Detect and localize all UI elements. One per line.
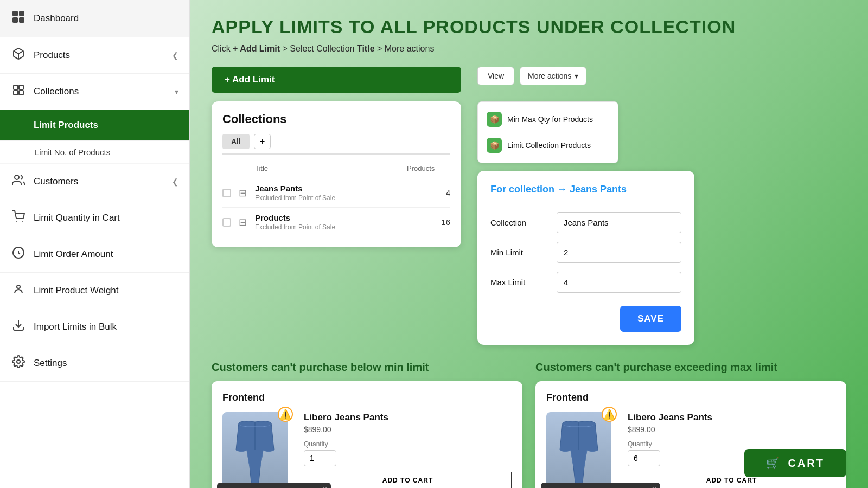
tooltip-left: ✕ You need to buy min 2 quantities of Li… (217, 483, 331, 488)
sidebar-item-limit-weight[interactable]: Limit Product Weight (0, 273, 189, 309)
sidebar-item-limit-products[interactable]: Limit Products (0, 110, 189, 141)
jeans-image-left: ⚠️ (222, 412, 288, 488)
product-name-right: Libero Jeans Pants (628, 412, 835, 423)
min-limit-input[interactable] (557, 242, 681, 263)
sidebar-item-limit-no[interactable]: Limit No. of Products (0, 141, 189, 164)
sidebar-item-limit-qty[interactable]: Limit Quantity in Cart (0, 200, 189, 236)
table-row[interactable]: ⊟ Products Excluded from Point of Sale 1… (222, 208, 450, 236)
row-subtitle-2: Excluded from Point of Sale (255, 223, 407, 231)
row-checkbox-2[interactable] (222, 218, 231, 227)
add-to-cart-left[interactable]: ADD TO CART (304, 472, 512, 488)
tab-all[interactable]: All (222, 134, 250, 149)
demo-left: Customers can't purchase below min limit… (212, 361, 522, 488)
cart-bar[interactable]: 🛒 CART (744, 449, 846, 477)
svg-point-15 (17, 360, 20, 363)
max-limit-input[interactable] (557, 272, 681, 293)
top-row: + Add Limit Collections All + Title Prod… (212, 67, 846, 345)
right-column: View More actions ▾ 📦 Min Max Qty for Pr… (477, 67, 694, 345)
form-row-max: Max Limit (490, 272, 681, 293)
svg-rect-2 (12, 17, 18, 23)
svg-rect-8 (19, 91, 23, 95)
svg-rect-1 (19, 11, 24, 16)
frontend-card-left: Frontend ⚠️ (212, 381, 522, 488)
sidebar-item-customers[interactable]: Customers ❮ (0, 164, 189, 200)
sidebar-item-limit-no-label: Limit No. of Products (35, 147, 110, 157)
table-header: Title Products (222, 161, 450, 176)
collections-panel: Collections All + Title Products ⊟ Jeans (212, 101, 461, 247)
row-checkbox-1[interactable] (222, 189, 231, 197)
collections-chevron: ▾ (175, 87, 178, 96)
tab-add[interactable]: + (254, 134, 271, 149)
tooltip-close-left[interactable]: ✕ (322, 485, 328, 488)
sidebar-item-limit-products-label: Limit Products (11, 120, 178, 131)
dropdown-item-1-label: Min Max Qty for Products (507, 115, 593, 124)
sidebar-item-limit-weight-label: Limit Product Weight (34, 285, 178, 296)
frontend-label-right: Frontend (546, 392, 835, 403)
limit-order-icon (11, 246, 26, 262)
settings-icon (11, 355, 26, 371)
frontend-label-left: Frontend (222, 392, 512, 403)
sidebar-item-settings-label: Settings (34, 358, 178, 369)
tooltip-close-right[interactable]: ✕ (652, 485, 657, 488)
table-row[interactable]: ⊟ Jeans Pants Excluded from Point of Sal… (222, 178, 450, 208)
sidebar-item-limit-order[interactable]: Limit Order Amount (0, 236, 189, 273)
left-column: + Add Limit Collections All + Title Prod… (212, 67, 461, 247)
qty-input-right[interactable] (628, 450, 660, 466)
product-name-left: Libero Jeans Pants (304, 412, 512, 423)
collections-heading: Collections (222, 112, 450, 126)
warning-badge-right: ⚠️ (602, 407, 617, 422)
collections-icon (11, 84, 26, 100)
row-count-2: 16 (407, 217, 450, 227)
form-row-min: Min Limit (490, 242, 681, 263)
svg-rect-0 (12, 11, 18, 16)
form-panel: For collection → Jeans Pants Collection … (477, 171, 694, 345)
dropdown-item-1[interactable]: 📦 Min Max Qty for Products (478, 106, 618, 132)
row-count-1: 4 (407, 188, 450, 197)
demo-right-title: Customers can't purchase exceeding max l… (535, 361, 846, 374)
tooltip-right: ✕ You can buy max 4 quantities of Libero… (541, 483, 660, 488)
sidebar: Dashboard Products ❮ Collections ▾ Limit… (0, 0, 190, 488)
demo-left-title: Customers can't purchase below min limit (212, 361, 522, 374)
more-actions-button[interactable]: More actions ▾ (520, 67, 586, 85)
qty-label-right: Quantity (628, 440, 835, 448)
arrow-icon: → (557, 184, 570, 195)
import-icon (11, 319, 26, 335)
svg-point-10 (16, 221, 17, 222)
svg-rect-3 (19, 17, 24, 23)
dropdown-item-2[interactable]: 📦 Limit Collection Products (478, 132, 618, 158)
sidebar-item-limit-qty-label: Limit Quantity in Cart (34, 213, 178, 223)
sidebar-item-products-label: Products (34, 50, 164, 61)
products-icon (11, 47, 26, 63)
customers-chevron: ❮ (172, 177, 178, 186)
limit-weight-icon (11, 282, 26, 299)
product-row-left: ⚠️ ✕ You need to buy min 2 quantities of… (222, 412, 512, 488)
form-row-collection: Collection (490, 212, 681, 233)
sidebar-item-import-label: Import Limits in Bulk (34, 322, 178, 332)
row-icon-1: ⊟ (239, 187, 255, 199)
subtitle: Click + Add Limit > Select Collection Ti… (212, 44, 846, 54)
sidebar-item-dashboard[interactable]: Dashboard (0, 0, 189, 37)
main-content: APPLY LIMITS TO ALL PRODUCTS UNDER COLLE… (190, 0, 868, 488)
row-subtitle-1: Excluded from Point of Sale (255, 194, 407, 202)
dropdown-item-2-label: Limit Collection Products (507, 141, 591, 150)
limit-collection-icon: 📦 (487, 138, 502, 153)
sidebar-item-settings[interactable]: Settings (0, 345, 189, 382)
qty-input-left[interactable] (304, 450, 336, 466)
sidebar-item-import[interactable]: Import Limits in Bulk (0, 309, 189, 345)
warning-badge-left: ⚠️ (278, 407, 293, 422)
qty-label-left: Quantity (304, 440, 512, 448)
add-limit-button[interactable]: + Add Limit (212, 67, 461, 93)
col-title: Title (255, 164, 407, 172)
col-products: Products (407, 164, 450, 172)
collection-input[interactable] (557, 212, 681, 233)
page-title: APPLY LIMITS TO ALL PRODUCTS UNDER COLLE… (212, 16, 846, 37)
view-button[interactable]: View (477, 67, 514, 85)
svg-point-11 (22, 221, 23, 222)
more-actions-row: View More actions ▾ (477, 67, 694, 85)
sidebar-item-limit-order-label: Limit Order Amount (34, 249, 178, 260)
sidebar-item-products[interactable]: Products ❮ (0, 37, 189, 74)
svg-rect-7 (14, 91, 18, 95)
collection-label: Collection (490, 218, 550, 227)
sidebar-item-collections[interactable]: Collections ▾ (0, 74, 189, 110)
save-button[interactable]: SAVE (620, 306, 681, 332)
